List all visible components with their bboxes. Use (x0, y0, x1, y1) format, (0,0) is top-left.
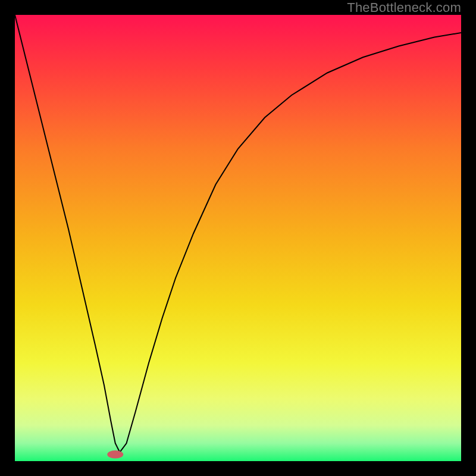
gradient-background (15, 15, 461, 461)
bottleneck-chart (15, 15, 461, 461)
watermark-text: TheBottleneck.com (347, 0, 461, 15)
minimum-marker (107, 450, 123, 459)
plot-area (15, 15, 461, 461)
chart-container: TheBottleneck.com (0, 0, 476, 476)
